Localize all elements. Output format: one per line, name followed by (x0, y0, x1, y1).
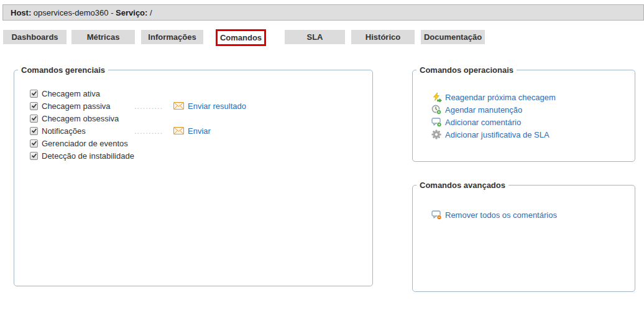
tab-documentacao[interactable]: Documentação (421, 30, 485, 44)
command-row: Agendar manutenção (431, 103, 635, 116)
checkbox-label: Checagem passiva (42, 101, 134, 111)
check-row-event-handler: Gerenciador de eventos (30, 137, 372, 149)
dotted-leader: ............ (134, 101, 163, 111)
checkbox-label: Checagem obsessiva (42, 114, 134, 123)
mail-icon (173, 127, 184, 134)
schedule-maintenance-icon (431, 105, 443, 115)
tab-sla[interactable]: SLA (285, 30, 345, 44)
remove-all-comments-link[interactable]: Remover todos os comentários (445, 210, 557, 220)
command-row: Adicionar justificativa de SLA (431, 128, 635, 141)
panel-title: Comandos avançados (416, 181, 508, 190)
host-label: Host: (11, 8, 31, 17)
reschedule-check-icon (431, 92, 443, 102)
sla-justification-gear-icon (431, 129, 443, 139)
service-value: / (147, 8, 152, 17)
host-value: opservices-demo360 (31, 8, 111, 17)
panel-management-commands: Comandos gerenciais Checagem ativa Checa… (14, 65, 373, 286)
panel-operational-commands: Comandos operacionais Reagendar próxima … (412, 65, 635, 162)
check-row-notifications: Notificações ............ Enviar (30, 124, 372, 137)
checkbox[interactable] (30, 102, 38, 110)
send-result-link[interactable]: Enviar resultado (188, 101, 246, 111)
checkbox-label: Notificações (42, 126, 134, 136)
add-comment-icon (431, 117, 443, 127)
send-link[interactable]: Enviar (188, 126, 211, 136)
command-row: Reagendar próxima checagem (431, 91, 635, 103)
checkbox[interactable] (30, 152, 38, 160)
checkbox[interactable] (30, 115, 38, 123)
reschedule-next-check-link[interactable]: Reagendar próxima checagem (445, 93, 556, 102)
tab-historico[interactable]: Histórico (351, 30, 415, 44)
command-row: Remover todos os comentários (431, 209, 635, 221)
checkbox[interactable] (30, 127, 38, 135)
host-service-bar: Host: opservices-demo360 - Serviço: / (2, 4, 644, 21)
tab-comandos-active[interactable]: Comandos (216, 29, 266, 46)
mail-icon (173, 102, 184, 110)
checkbox-label: Gerenciador de eventos (42, 139, 134, 148)
add-comment-link[interactable]: Adicionar comentário (445, 118, 521, 127)
tab-dashboards[interactable]: Dashboards (3, 30, 67, 44)
service-label: Serviço: (116, 8, 147, 17)
command-row: Adicionar comentário (431, 116, 635, 128)
dotted-leader: ............ (134, 126, 163, 136)
tab-metricas[interactable]: Métricas (71, 30, 135, 44)
checkbox-label: Detecção de instabilidade (42, 151, 134, 161)
check-row-obsessive-check: Checagem obsessiva (30, 112, 372, 124)
remove-comments-icon (431, 210, 443, 220)
check-row-passive-check: Checagem passiva ............ Enviar res… (30, 100, 372, 112)
separator: - (111, 8, 116, 17)
schedule-maintenance-link[interactable]: Agendar manutenção (445, 105, 522, 115)
checkbox[interactable] (30, 139, 38, 148)
add-sla-justification-link[interactable]: Adicionar justificativa de SLA (445, 130, 550, 139)
tab-informacoes[interactable]: Informações (141, 30, 203, 44)
check-row-flap-detection: Detecção de instabilidade (30, 149, 372, 162)
check-row-active-check: Checagem ativa (30, 87, 372, 100)
panel-title: Comandos gerenciais (18, 65, 108, 75)
panel-title: Comandos operacionais (416, 65, 517, 75)
panel-advanced-commands: Comandos avançados Remover todos os come… (412, 181, 635, 292)
checkbox[interactable] (30, 90, 38, 98)
checkbox-label: Checagem ativa (42, 89, 134, 98)
commands-page: Host: opservices-demo360 - Serviço: / Da… (0, 0, 644, 310)
